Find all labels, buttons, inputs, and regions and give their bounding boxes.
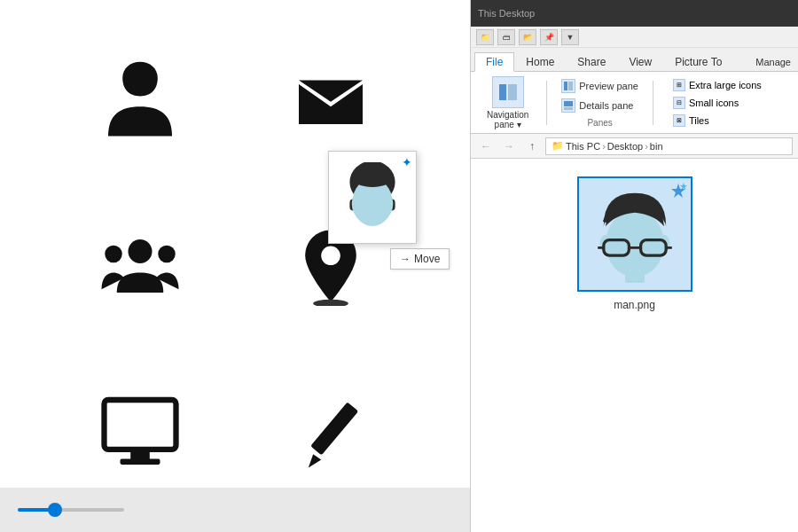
tab-home[interactable]: Home xyxy=(514,51,566,71)
forward-btn[interactable]: → xyxy=(499,137,519,156)
path-folder-icon: 📁 xyxy=(552,140,564,152)
svg-point-1 xyxy=(105,246,122,263)
svg-rect-21 xyxy=(564,107,573,110)
monitor-icon xyxy=(100,392,180,472)
svg-point-4 xyxy=(313,300,348,306)
user-icon-cell xyxy=(53,27,226,175)
navigation-pane-label: Navigationpane ▾ xyxy=(487,110,528,129)
svg-point-0 xyxy=(128,239,152,263)
preview-pane-icon xyxy=(561,79,575,93)
tiles-item[interactable]: ⊠ Tiles xyxy=(669,113,713,129)
svg-rect-5 xyxy=(104,400,176,450)
svg-point-26 xyxy=(658,235,669,253)
svg-rect-7 xyxy=(120,458,160,464)
ribbon-tabs: File Home Share View Picture To xyxy=(471,48,737,71)
extra-large-icons-item[interactable]: ⊞ Extra large icons xyxy=(669,77,765,93)
preview-pane-label: Preview pane xyxy=(579,81,638,91)
slider-area xyxy=(0,488,470,532)
details-pane-label: Details pane xyxy=(579,100,633,111)
svg-rect-16 xyxy=(499,84,506,100)
group-icon xyxy=(100,226,180,306)
back-btn[interactable]: ← xyxy=(476,137,496,156)
ribbon-content: Navigationpane ▾ Preview pane xyxy=(471,72,798,134)
svg-rect-6 xyxy=(130,449,150,460)
tab-share[interactable]: Share xyxy=(566,51,617,71)
title-bar-text: This Desktop xyxy=(478,8,535,19)
sep2 xyxy=(653,81,653,125)
navigation-pane-btn[interactable]: Navigationpane ▾ xyxy=(480,73,536,133)
svg-point-24 xyxy=(606,211,664,278)
address-bar: ← → ↑ 📁 This PC › Desktop › bin xyxy=(471,134,798,159)
pencil-icon-cell xyxy=(244,357,417,505)
file-badge xyxy=(669,182,687,200)
path-sep1: › xyxy=(602,141,606,152)
sep1 xyxy=(546,81,547,125)
new-folder-btn[interactable]: 📂 xyxy=(519,29,536,45)
svg-point-2 xyxy=(158,246,176,263)
file-name-label: man.png xyxy=(614,299,655,311)
panes-label: Panes xyxy=(558,118,642,128)
file-item-man[interactable] xyxy=(577,176,692,292)
monitor-icon-cell xyxy=(53,357,226,505)
svg-marker-23 xyxy=(680,183,687,190)
tiles-icon: ⊠ xyxy=(673,114,685,127)
quick-access-btn[interactable]: 📁 xyxy=(476,29,494,45)
group-icon-cell xyxy=(53,192,226,340)
pin-btn[interactable]: 📌 xyxy=(540,29,558,45)
layout-options: ⊞ Extra large icons ⊟ Small icons ⊠ Tile… xyxy=(664,74,771,132)
small-icons-icon: ⊟ xyxy=(673,97,685,109)
tab-file[interactable]: File xyxy=(474,52,514,72)
svg-rect-18 xyxy=(564,82,567,90)
svg-rect-32 xyxy=(625,273,645,283)
preview-pane-btn[interactable]: Preview pane xyxy=(558,77,642,95)
user-icon xyxy=(100,60,180,140)
small-icons-label: Small icons xyxy=(689,98,739,108)
properties-btn[interactable]: 🗃 xyxy=(497,29,515,45)
pencil-icon xyxy=(291,392,371,472)
svg-point-25 xyxy=(599,235,611,253)
path-desktop: Desktop xyxy=(607,141,643,152)
path-this-pc: This PC xyxy=(566,141,600,152)
move-label: Move xyxy=(414,253,440,265)
dropdown-btn[interactable]: ▼ xyxy=(561,29,579,45)
navigation-pane-icon xyxy=(492,76,524,108)
move-arrow-icon: → xyxy=(400,253,411,265)
details-pane-icon xyxy=(561,98,575,113)
address-path[interactable]: 📁 This PC › Desktop › bin xyxy=(545,137,793,155)
extra-large-icons-label: Extra large icons xyxy=(689,80,762,90)
title-bar: This Desktop xyxy=(471,0,798,27)
svg-rect-20 xyxy=(564,101,573,106)
file-content-area: man.png xyxy=(471,159,798,532)
extra-large-icons-icon: ⊞ xyxy=(673,79,685,91)
up-btn[interactable]: ↑ xyxy=(522,137,542,156)
tab-view[interactable]: View xyxy=(617,51,663,71)
move-tooltip: → Move xyxy=(390,248,450,270)
manage-label[interactable]: Manage xyxy=(748,53,798,71)
drag-cursor-icon: ✦ xyxy=(402,155,412,169)
svg-point-3 xyxy=(321,246,340,265)
ribbon-top: 📁 🗃 📂 📌 ▼ xyxy=(471,27,798,48)
svg-rect-19 xyxy=(568,82,573,90)
slider-thumb[interactable] xyxy=(48,503,62,517)
details-pane-btn[interactable]: Details pane xyxy=(558,97,642,114)
tiles-label: Tiles xyxy=(689,115,709,126)
file-explorer-panel: This Desktop 📁 🗃 📂 📌 ▼ File Home Share V… xyxy=(470,0,798,532)
tab-picture[interactable]: Picture To xyxy=(663,51,733,71)
man-face-drag xyxy=(337,162,408,233)
zoom-slider-track[interactable] xyxy=(18,508,124,512)
svg-rect-17 xyxy=(508,84,517,100)
drag-icon[interactable]: ✦ xyxy=(328,151,417,244)
panes-group: Preview pane Details pane Panes xyxy=(558,77,642,128)
man-face-large-icon xyxy=(586,185,684,283)
mail-icon xyxy=(291,60,371,140)
svg-marker-9 xyxy=(308,454,320,467)
svg-rect-8 xyxy=(310,402,358,455)
path-sep2: › xyxy=(645,141,648,152)
small-icons-item[interactable]: ⊟ Small icons xyxy=(669,95,742,111)
path-bin: bin xyxy=(650,141,663,152)
